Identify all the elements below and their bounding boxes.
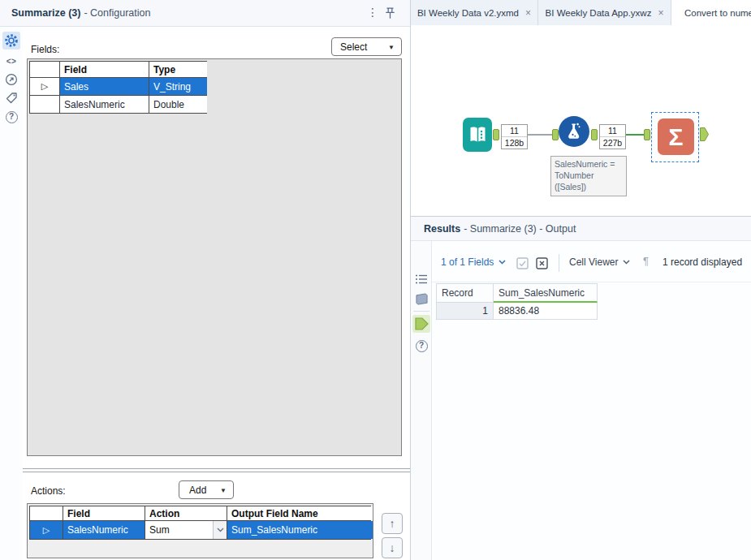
workflow-canvas[interactable]: 11 128b 11 227b Σ — [411, 26, 751, 216]
configuration-title: Summarize (3)- Configuration — [11, 7, 150, 19]
help-icon[interactable]: ? — [2, 108, 20, 126]
actions-header-output: Output Field Name — [227, 506, 373, 520]
results-cell-record[interactable]: 1 — [437, 303, 494, 320]
results-sidebar: ? — [411, 241, 432, 560]
fields-label: Fields: — [31, 44, 59, 55]
canvas-ribbon-icon[interactable] — [412, 290, 430, 308]
fields-row-type[interactable]: V_String — [149, 78, 207, 95]
data-size: 128b — [502, 136, 527, 149]
chevron-down-icon[interactable] — [213, 521, 227, 539]
workspace: BI Weekly Data v2.yxmd × BI Weekly Data … — [411, 0, 751, 560]
fields-header-type: Type — [149, 62, 207, 77]
actions-row-field[interactable]: SalesNumeric — [63, 521, 145, 539]
checkmark-box-icon[interactable] — [516, 257, 529, 272]
chevron-down-icon: ▼ — [220, 487, 227, 494]
configuration-sidebar: <> ? — [0, 27, 23, 560]
toolbar-separator — [559, 254, 559, 272]
output-anchor-icon[interactable] — [412, 315, 430, 333]
flask-icon — [563, 121, 585, 142]
fields-filter-dropdown[interactable]: 1 of 1 Fields — [441, 256, 506, 268]
actions-header-field: Field — [63, 506, 145, 520]
sigma-icon: Σ — [668, 118, 683, 155]
record-count: 11 — [600, 125, 625, 136]
panel-splitter[interactable] — [23, 468, 410, 472]
x-box-icon[interactable] — [536, 257, 548, 272]
annotation-line: SalesNumeric = — [555, 159, 623, 170]
tab-label: BI Weekly Data App.yxwz — [546, 8, 652, 18]
fields-header-marker — [30, 62, 59, 77]
kebab-menu-icon[interactable]: ⋮ — [367, 6, 378, 19]
results-title-label: Results — [424, 223, 460, 235]
open-example-icon[interactable] — [2, 71, 20, 88]
fields-row-type[interactable]: Double — [149, 96, 207, 113]
results-header-record[interactable]: Record — [437, 284, 494, 303]
output-anchor[interactable] — [591, 129, 598, 140]
close-icon[interactable]: × — [658, 7, 663, 19]
move-down-button[interactable]: ↓ — [382, 537, 403, 558]
annotation-line: ([Sales]) — [555, 182, 623, 193]
input-anchor[interactable] — [644, 129, 650, 140]
fields-row-field[interactable]: Sales — [60, 78, 149, 95]
output-anchor[interactable] — [700, 127, 709, 141]
tab-workflow-2[interactable]: BI Weekly Data App.yxwz × — [538, 0, 671, 25]
help-icon[interactable]: ? — [412, 337, 430, 355]
row-marker: ▷ — [30, 521, 63, 539]
record-count-label: 1 record displayed — [663, 256, 742, 268]
results-table: Record Sum_SalesNumeric 1 88836.48 — [436, 283, 598, 320]
data-size: 227b — [600, 136, 625, 149]
results-panel: Results- Summarize (3) - Output ? — [411, 216, 751, 560]
code-icon[interactable]: <> — [2, 52, 20, 70]
document-tabbar: BI Weekly Data v2.yxmd × BI Weekly Data … — [411, 0, 751, 25]
results-header-value[interactable]: Sum_SalesNumeric — [494, 284, 598, 303]
summarize-tool[interactable]: Σ — [658, 118, 694, 155]
messages-list-icon[interactable] — [412, 270, 430, 288]
move-up-button[interactable]: ↑ — [382, 513, 403, 534]
action-select-cell[interactable]: Sum — [145, 521, 227, 539]
fields-table: Field Type ▷ Sales V_String SalesNumeric… — [29, 61, 207, 114]
actions-row-output[interactable]: Sum_SalesNumeric — [227, 521, 373, 539]
configuration-panel: Summarize (3)- Configuration ⋮ <> ? — [0, 0, 410, 560]
actions-area: Field Action Output Field Name ▷ SalesNu… — [27, 503, 373, 558]
alteryx-designer-window: Summarize (3)- Configuration ⋮ <> ? — [0, 0, 751, 560]
select-dropdown-button[interactable]: Select ▼ — [331, 37, 402, 56]
pin-icon[interactable] — [385, 7, 398, 20]
sidebar-divider — [413, 311, 429, 312]
book-icon — [467, 124, 489, 146]
gear-icon[interactable] — [2, 32, 20, 50]
fields-header-field: Field — [60, 62, 149, 77]
fields-area: Field Type ▷ Sales V_String SalesNumeric… — [27, 58, 402, 456]
tab-workflow-1[interactable]: BI Weekly Data v2.yxmd × — [411, 0, 538, 25]
action-select-value: Sum — [149, 524, 170, 536]
connection-badge[interactable]: 11 227b — [599, 124, 626, 149]
close-icon[interactable]: × — [525, 7, 531, 19]
fields-filter-label: 1 of 1 Fields — [441, 256, 494, 268]
tab-label: Convert to nume — [684, 8, 751, 18]
connection-badge[interactable]: 11 128b — [501, 124, 528, 149]
select-dropdown-label: Select — [340, 41, 367, 53]
input-data-tool[interactable] — [463, 118, 492, 152]
tab-workflow-3[interactable]: Convert to nume — [671, 0, 751, 25]
input-anchor[interactable] — [552, 129, 559, 140]
cell-viewer-label: Cell Viewer — [569, 256, 618, 268]
tool-annotation[interactable]: SalesNumeric = ToNumber ([Sales]) — [550, 156, 627, 196]
cell-viewer-dropdown[interactable]: Cell Viewer — [569, 256, 630, 268]
actions-header-marker — [30, 506, 63, 520]
pilcrow-icon[interactable]: ¶ — [643, 255, 649, 267]
configuration-subtitle: - Configuration — [84, 7, 150, 19]
actions-table: Field Action Output Field Name ▷ SalesNu… — [29, 506, 371, 540]
row-marker: ▷ — [30, 78, 59, 95]
actions-header-action: Action — [145, 506, 227, 520]
output-anchor[interactable] — [493, 129, 499, 140]
results-toolbar: 1 of 1 Fields Cell Viewer ¶ 1 record dis… — [432, 241, 751, 282]
tag-icon[interactable] — [2, 89, 20, 107]
connection-line-active[interactable] — [626, 134, 645, 136]
chevron-down-icon: ▼ — [388, 44, 395, 51]
formula-tool[interactable] — [559, 116, 589, 147]
results-title: Results- Summarize (3) - Output — [424, 223, 576, 235]
fields-row-field[interactable]: SalesNumeric — [60, 96, 149, 113]
connection-line[interactable] — [528, 134, 553, 136]
annotation-line: ToNumber — [555, 170, 623, 182]
add-dropdown-button[interactable]: Add ▼ — [179, 480, 234, 499]
row-marker — [30, 96, 59, 113]
results-cell-value[interactable]: 88836.48 — [494, 303, 598, 320]
